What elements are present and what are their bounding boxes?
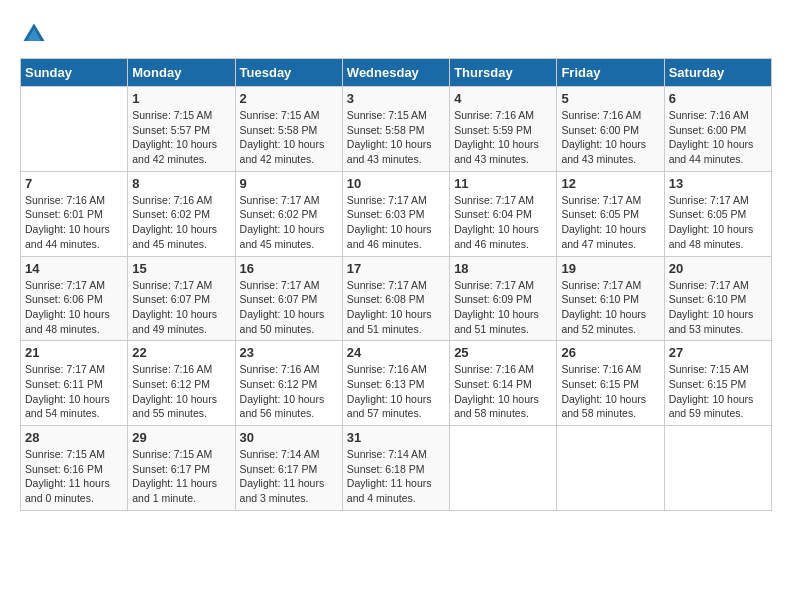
day-cell: 22Sunrise: 7:16 AM Sunset: 6:12 PM Dayli… xyxy=(128,341,235,426)
day-cell: 5Sunrise: 7:16 AM Sunset: 6:00 PM Daylig… xyxy=(557,87,664,172)
day-number: 10 xyxy=(347,176,445,191)
calendar-header-row: SundayMondayTuesdayWednesdayThursdayFrid… xyxy=(21,59,772,87)
day-number: 2 xyxy=(240,91,338,106)
logo-icon xyxy=(20,20,48,48)
day-cell: 27Sunrise: 7:15 AM Sunset: 6:15 PM Dayli… xyxy=(664,341,771,426)
week-row-3: 14Sunrise: 7:17 AM Sunset: 6:06 PM Dayli… xyxy=(21,256,772,341)
page-header xyxy=(20,20,772,48)
calendar-table: SundayMondayTuesdayWednesdayThursdayFrid… xyxy=(20,58,772,511)
day-number: 11 xyxy=(454,176,552,191)
day-cell: 7Sunrise: 7:16 AM Sunset: 6:01 PM Daylig… xyxy=(21,171,128,256)
day-cell: 11Sunrise: 7:17 AM Sunset: 6:04 PM Dayli… xyxy=(450,171,557,256)
week-row-5: 28Sunrise: 7:15 AM Sunset: 6:16 PM Dayli… xyxy=(21,426,772,511)
day-info: Sunrise: 7:17 AM Sunset: 6:10 PM Dayligh… xyxy=(669,278,767,337)
week-row-2: 7Sunrise: 7:16 AM Sunset: 6:01 PM Daylig… xyxy=(21,171,772,256)
day-number: 23 xyxy=(240,345,338,360)
day-cell: 19Sunrise: 7:17 AM Sunset: 6:10 PM Dayli… xyxy=(557,256,664,341)
day-cell: 6Sunrise: 7:16 AM Sunset: 6:00 PM Daylig… xyxy=(664,87,771,172)
day-number: 20 xyxy=(669,261,767,276)
day-info: Sunrise: 7:16 AM Sunset: 6:00 PM Dayligh… xyxy=(561,108,659,167)
day-info: Sunrise: 7:16 AM Sunset: 6:12 PM Dayligh… xyxy=(132,362,230,421)
day-number: 19 xyxy=(561,261,659,276)
day-cell: 29Sunrise: 7:15 AM Sunset: 6:17 PM Dayli… xyxy=(128,426,235,511)
day-info: Sunrise: 7:15 AM Sunset: 6:17 PM Dayligh… xyxy=(132,447,230,506)
day-cell xyxy=(557,426,664,511)
day-number: 9 xyxy=(240,176,338,191)
day-cell: 18Sunrise: 7:17 AM Sunset: 6:09 PM Dayli… xyxy=(450,256,557,341)
day-cell: 10Sunrise: 7:17 AM Sunset: 6:03 PM Dayli… xyxy=(342,171,449,256)
day-info: Sunrise: 7:17 AM Sunset: 6:06 PM Dayligh… xyxy=(25,278,123,337)
day-cell: 15Sunrise: 7:17 AM Sunset: 6:07 PM Dayli… xyxy=(128,256,235,341)
day-number: 13 xyxy=(669,176,767,191)
day-number: 18 xyxy=(454,261,552,276)
day-info: Sunrise: 7:17 AM Sunset: 6:08 PM Dayligh… xyxy=(347,278,445,337)
day-cell: 30Sunrise: 7:14 AM Sunset: 6:17 PM Dayli… xyxy=(235,426,342,511)
logo xyxy=(20,20,52,48)
day-info: Sunrise: 7:17 AM Sunset: 6:05 PM Dayligh… xyxy=(669,193,767,252)
day-cell: 26Sunrise: 7:16 AM Sunset: 6:15 PM Dayli… xyxy=(557,341,664,426)
day-cell: 3Sunrise: 7:15 AM Sunset: 5:58 PM Daylig… xyxy=(342,87,449,172)
day-number: 8 xyxy=(132,176,230,191)
day-info: Sunrise: 7:15 AM Sunset: 5:58 PM Dayligh… xyxy=(347,108,445,167)
day-cell: 21Sunrise: 7:17 AM Sunset: 6:11 PM Dayli… xyxy=(21,341,128,426)
day-info: Sunrise: 7:17 AM Sunset: 6:11 PM Dayligh… xyxy=(25,362,123,421)
day-info: Sunrise: 7:16 AM Sunset: 6:13 PM Dayligh… xyxy=(347,362,445,421)
day-info: Sunrise: 7:15 AM Sunset: 5:57 PM Dayligh… xyxy=(132,108,230,167)
day-info: Sunrise: 7:17 AM Sunset: 6:07 PM Dayligh… xyxy=(240,278,338,337)
day-info: Sunrise: 7:17 AM Sunset: 6:07 PM Dayligh… xyxy=(132,278,230,337)
day-info: Sunrise: 7:15 AM Sunset: 6:16 PM Dayligh… xyxy=(25,447,123,506)
day-cell: 13Sunrise: 7:17 AM Sunset: 6:05 PM Dayli… xyxy=(664,171,771,256)
day-cell: 9Sunrise: 7:17 AM Sunset: 6:02 PM Daylig… xyxy=(235,171,342,256)
day-cell: 25Sunrise: 7:16 AM Sunset: 6:14 PM Dayli… xyxy=(450,341,557,426)
day-number: 12 xyxy=(561,176,659,191)
day-cell xyxy=(450,426,557,511)
header-saturday: Saturday xyxy=(664,59,771,87)
day-info: Sunrise: 7:17 AM Sunset: 6:03 PM Dayligh… xyxy=(347,193,445,252)
day-info: Sunrise: 7:17 AM Sunset: 6:09 PM Dayligh… xyxy=(454,278,552,337)
day-cell: 1Sunrise: 7:15 AM Sunset: 5:57 PM Daylig… xyxy=(128,87,235,172)
header-friday: Friday xyxy=(557,59,664,87)
day-info: Sunrise: 7:14 AM Sunset: 6:18 PM Dayligh… xyxy=(347,447,445,506)
day-info: Sunrise: 7:16 AM Sunset: 6:12 PM Dayligh… xyxy=(240,362,338,421)
day-cell: 14Sunrise: 7:17 AM Sunset: 6:06 PM Dayli… xyxy=(21,256,128,341)
day-number: 5 xyxy=(561,91,659,106)
week-row-4: 21Sunrise: 7:17 AM Sunset: 6:11 PM Dayli… xyxy=(21,341,772,426)
day-number: 21 xyxy=(25,345,123,360)
day-cell: 16Sunrise: 7:17 AM Sunset: 6:07 PM Dayli… xyxy=(235,256,342,341)
day-info: Sunrise: 7:16 AM Sunset: 6:00 PM Dayligh… xyxy=(669,108,767,167)
day-info: Sunrise: 7:17 AM Sunset: 6:04 PM Dayligh… xyxy=(454,193,552,252)
day-info: Sunrise: 7:16 AM Sunset: 6:02 PM Dayligh… xyxy=(132,193,230,252)
day-number: 25 xyxy=(454,345,552,360)
header-sunday: Sunday xyxy=(21,59,128,87)
day-number: 3 xyxy=(347,91,445,106)
day-info: Sunrise: 7:16 AM Sunset: 6:15 PM Dayligh… xyxy=(561,362,659,421)
day-info: Sunrise: 7:14 AM Sunset: 6:17 PM Dayligh… xyxy=(240,447,338,506)
header-tuesday: Tuesday xyxy=(235,59,342,87)
day-number: 26 xyxy=(561,345,659,360)
day-info: Sunrise: 7:15 AM Sunset: 5:58 PM Dayligh… xyxy=(240,108,338,167)
day-cell: 20Sunrise: 7:17 AM Sunset: 6:10 PM Dayli… xyxy=(664,256,771,341)
day-number: 30 xyxy=(240,430,338,445)
day-info: Sunrise: 7:17 AM Sunset: 6:02 PM Dayligh… xyxy=(240,193,338,252)
day-cell: 28Sunrise: 7:15 AM Sunset: 6:16 PM Dayli… xyxy=(21,426,128,511)
day-number: 29 xyxy=(132,430,230,445)
day-number: 17 xyxy=(347,261,445,276)
day-info: Sunrise: 7:16 AM Sunset: 6:01 PM Dayligh… xyxy=(25,193,123,252)
day-number: 6 xyxy=(669,91,767,106)
day-cell: 8Sunrise: 7:16 AM Sunset: 6:02 PM Daylig… xyxy=(128,171,235,256)
day-number: 24 xyxy=(347,345,445,360)
day-number: 1 xyxy=(132,91,230,106)
day-number: 22 xyxy=(132,345,230,360)
day-number: 31 xyxy=(347,430,445,445)
day-number: 27 xyxy=(669,345,767,360)
day-cell: 2Sunrise: 7:15 AM Sunset: 5:58 PM Daylig… xyxy=(235,87,342,172)
day-number: 15 xyxy=(132,261,230,276)
header-wednesday: Wednesday xyxy=(342,59,449,87)
week-row-1: 1Sunrise: 7:15 AM Sunset: 5:57 PM Daylig… xyxy=(21,87,772,172)
day-cell xyxy=(664,426,771,511)
day-cell: 12Sunrise: 7:17 AM Sunset: 6:05 PM Dayli… xyxy=(557,171,664,256)
day-info: Sunrise: 7:15 AM Sunset: 6:15 PM Dayligh… xyxy=(669,362,767,421)
day-info: Sunrise: 7:16 AM Sunset: 6:14 PM Dayligh… xyxy=(454,362,552,421)
day-number: 16 xyxy=(240,261,338,276)
day-cell: 31Sunrise: 7:14 AM Sunset: 6:18 PM Dayli… xyxy=(342,426,449,511)
